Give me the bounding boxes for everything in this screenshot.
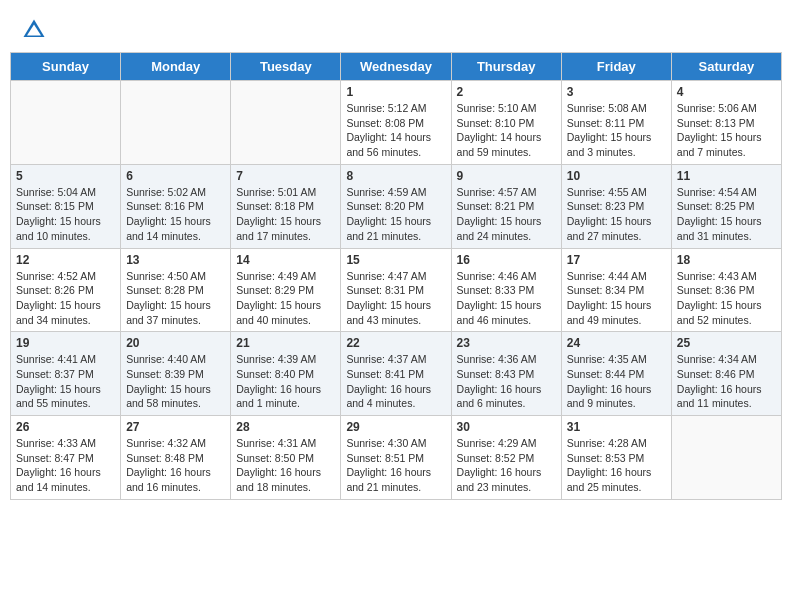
day-number: 29 — [346, 420, 445, 434]
day-info-line: Sunrise: 4:44 AM — [567, 269, 666, 284]
day-info: Sunrise: 4:28 AMSunset: 8:53 PMDaylight:… — [567, 436, 666, 495]
day-info-line: Daylight: 16 hours and 6 minutes. — [457, 382, 556, 411]
calendar-row-1: 5Sunrise: 5:04 AMSunset: 8:15 PMDaylight… — [11, 164, 782, 248]
day-info-line: Sunset: 8:11 PM — [567, 116, 666, 131]
day-info-line: Sunset: 8:36 PM — [677, 283, 776, 298]
calendar-wrapper: SundayMondayTuesdayWednesdayThursdayFrid… — [0, 52, 792, 510]
day-info: Sunrise: 4:59 AMSunset: 8:20 PMDaylight:… — [346, 185, 445, 244]
day-info-line: Sunrise: 4:37 AM — [346, 352, 445, 367]
calendar-cell-4-3: 29Sunrise: 4:30 AMSunset: 8:51 PMDayligh… — [341, 416, 451, 500]
day-info-line: Daylight: 15 hours and 55 minutes. — [16, 382, 115, 411]
day-info-line: Sunset: 8:39 PM — [126, 367, 225, 382]
day-info-line: Daylight: 15 hours and 3 minutes. — [567, 130, 666, 159]
day-number: 12 — [16, 253, 115, 267]
calendar-cell-3-4: 23Sunrise: 4:36 AMSunset: 8:43 PMDayligh… — [451, 332, 561, 416]
day-info-line: Daylight: 15 hours and 17 minutes. — [236, 214, 335, 243]
calendar-cell-4-6 — [671, 416, 781, 500]
day-info-line: Sunrise: 4:29 AM — [457, 436, 556, 451]
day-info-line: Sunset: 8:53 PM — [567, 451, 666, 466]
day-info-line: Sunrise: 5:10 AM — [457, 101, 556, 116]
day-number: 13 — [126, 253, 225, 267]
day-info: Sunrise: 4:30 AMSunset: 8:51 PMDaylight:… — [346, 436, 445, 495]
calendar-cell-3-1: 20Sunrise: 4:40 AMSunset: 8:39 PMDayligh… — [121, 332, 231, 416]
calendar-cell-1-3: 8Sunrise: 4:59 AMSunset: 8:20 PMDaylight… — [341, 164, 451, 248]
day-info: Sunrise: 4:50 AMSunset: 8:28 PMDaylight:… — [126, 269, 225, 328]
calendar-row-4: 26Sunrise: 4:33 AMSunset: 8:47 PMDayligh… — [11, 416, 782, 500]
calendar-cell-0-5: 3Sunrise: 5:08 AMSunset: 8:11 PMDaylight… — [561, 81, 671, 165]
calendar-cell-2-5: 17Sunrise: 4:44 AMSunset: 8:34 PMDayligh… — [561, 248, 671, 332]
calendar-cell-2-2: 14Sunrise: 4:49 AMSunset: 8:29 PMDayligh… — [231, 248, 341, 332]
calendar-cell-0-4: 2Sunrise: 5:10 AMSunset: 8:10 PMDaylight… — [451, 81, 561, 165]
calendar-cell-2-4: 16Sunrise: 4:46 AMSunset: 8:33 PMDayligh… — [451, 248, 561, 332]
day-info: Sunrise: 5:08 AMSunset: 8:11 PMDaylight:… — [567, 101, 666, 160]
day-info: Sunrise: 5:10 AMSunset: 8:10 PMDaylight:… — [457, 101, 556, 160]
day-info-line: Sunset: 8:50 PM — [236, 451, 335, 466]
day-info-line: Sunrise: 4:54 AM — [677, 185, 776, 200]
day-info-line: Daylight: 16 hours and 18 minutes. — [236, 465, 335, 494]
day-info-line: Daylight: 15 hours and 31 minutes. — [677, 214, 776, 243]
day-number: 19 — [16, 336, 115, 350]
day-number: 14 — [236, 253, 335, 267]
day-info-line: Sunrise: 4:57 AM — [457, 185, 556, 200]
calendar-cell-0-3: 1Sunrise: 5:12 AMSunset: 8:08 PMDaylight… — [341, 81, 451, 165]
day-info-line: Sunset: 8:16 PM — [126, 199, 225, 214]
day-number: 20 — [126, 336, 225, 350]
col-header-friday: Friday — [561, 53, 671, 81]
day-info-line: Sunrise: 4:52 AM — [16, 269, 115, 284]
calendar-cell-1-2: 7Sunrise: 5:01 AMSunset: 8:18 PMDaylight… — [231, 164, 341, 248]
day-number: 11 — [677, 169, 776, 183]
day-info-line: Sunset: 8:29 PM — [236, 283, 335, 298]
day-info-line: Sunset: 8:37 PM — [16, 367, 115, 382]
day-info: Sunrise: 5:06 AMSunset: 8:13 PMDaylight:… — [677, 101, 776, 160]
calendar-cell-4-4: 30Sunrise: 4:29 AMSunset: 8:52 PMDayligh… — [451, 416, 561, 500]
day-info-line: Daylight: 15 hours and 58 minutes. — [126, 382, 225, 411]
day-number: 7 — [236, 169, 335, 183]
day-info: Sunrise: 4:39 AMSunset: 8:40 PMDaylight:… — [236, 352, 335, 411]
day-info-line: Sunrise: 4:34 AM — [677, 352, 776, 367]
col-header-sunday: Sunday — [11, 53, 121, 81]
day-info: Sunrise: 4:29 AMSunset: 8:52 PMDaylight:… — [457, 436, 556, 495]
day-info-line: Sunset: 8:26 PM — [16, 283, 115, 298]
day-info-line: Sunset: 8:20 PM — [346, 199, 445, 214]
day-info-line: Daylight: 16 hours and 16 minutes. — [126, 465, 225, 494]
day-info-line: Daylight: 16 hours and 14 minutes. — [16, 465, 115, 494]
col-header-saturday: Saturday — [671, 53, 781, 81]
day-info-line: Sunset: 8:15 PM — [16, 199, 115, 214]
day-info-line: Daylight: 15 hours and 46 minutes. — [457, 298, 556, 327]
col-header-thursday: Thursday — [451, 53, 561, 81]
day-info-line: Sunset: 8:51 PM — [346, 451, 445, 466]
day-info-line: Daylight: 16 hours and 11 minutes. — [677, 382, 776, 411]
day-number: 9 — [457, 169, 556, 183]
logo-icon — [20, 16, 48, 44]
day-info-line: Sunset: 8:41 PM — [346, 367, 445, 382]
day-info-line: Daylight: 14 hours and 56 minutes. — [346, 130, 445, 159]
day-info-line: Sunrise: 4:40 AM — [126, 352, 225, 367]
day-number: 31 — [567, 420, 666, 434]
col-header-tuesday: Tuesday — [231, 53, 341, 81]
calendar-cell-3-2: 21Sunrise: 4:39 AMSunset: 8:40 PMDayligh… — [231, 332, 341, 416]
calendar-header: SundayMondayTuesdayWednesdayThursdayFrid… — [11, 53, 782, 81]
day-number: 27 — [126, 420, 225, 434]
day-info-line: Daylight: 15 hours and 10 minutes. — [16, 214, 115, 243]
day-info-line: Sunrise: 5:06 AM — [677, 101, 776, 116]
calendar-row-0: 1Sunrise: 5:12 AMSunset: 8:08 PMDaylight… — [11, 81, 782, 165]
day-info-line: Daylight: 16 hours and 1 minute. — [236, 382, 335, 411]
day-info: Sunrise: 4:47 AMSunset: 8:31 PMDaylight:… — [346, 269, 445, 328]
day-info-line: Sunset: 8:08 PM — [346, 116, 445, 131]
day-info-line: Daylight: 14 hours and 59 minutes. — [457, 130, 556, 159]
page-header — [0, 0, 792, 52]
day-number: 25 — [677, 336, 776, 350]
day-info: Sunrise: 4:57 AMSunset: 8:21 PMDaylight:… — [457, 185, 556, 244]
day-info-line: Sunrise: 4:50 AM — [126, 269, 225, 284]
day-info-line: Sunset: 8:18 PM — [236, 199, 335, 214]
day-info-line: Sunset: 8:10 PM — [457, 116, 556, 131]
day-info-line: Sunrise: 4:46 AM — [457, 269, 556, 284]
calendar-cell-4-2: 28Sunrise: 4:31 AMSunset: 8:50 PMDayligh… — [231, 416, 341, 500]
day-info-line: Sunrise: 5:01 AM — [236, 185, 335, 200]
day-info-line: Sunset: 8:25 PM — [677, 199, 776, 214]
day-info-line: Daylight: 15 hours and 49 minutes. — [567, 298, 666, 327]
day-info: Sunrise: 4:34 AMSunset: 8:46 PMDaylight:… — [677, 352, 776, 411]
day-info-line: Sunset: 8:40 PM — [236, 367, 335, 382]
day-info: Sunrise: 4:36 AMSunset: 8:43 PMDaylight:… — [457, 352, 556, 411]
day-info-line: Sunrise: 4:43 AM — [677, 269, 776, 284]
